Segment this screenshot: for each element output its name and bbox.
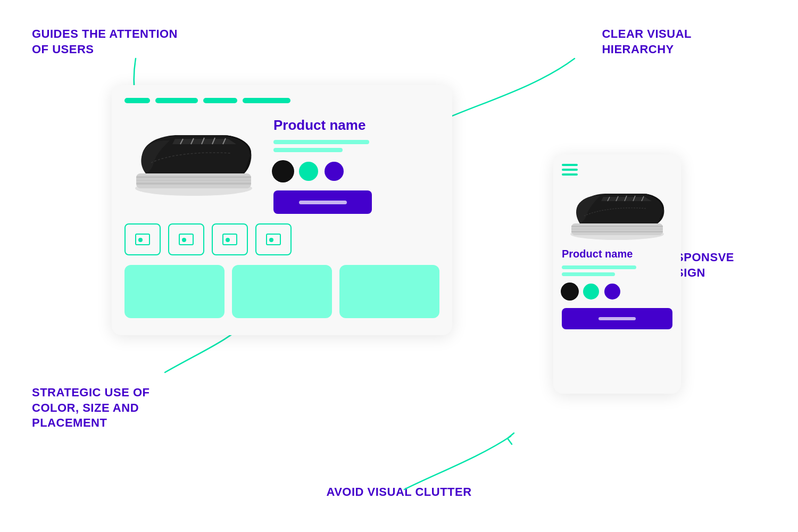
menu-line-3 <box>562 173 578 176</box>
product-card-1 <box>124 265 225 318</box>
strategic-use-label: STRATEGIC USE OF COLOR, SIZE AND PLACEME… <box>32 385 150 431</box>
desktop-product-info: Product name <box>273 115 439 214</box>
nav-bar-4 <box>243 98 290 103</box>
desktop-product-title: Product name <box>273 117 439 134</box>
thumbnail-3[interactable] <box>212 223 248 255</box>
desktop-color-dots[interactable] <box>273 162 439 181</box>
nav-bar-1 <box>124 98 150 103</box>
mobile-color-dot-black[interactable] <box>562 284 578 300</box>
desktop-product-desc-bars <box>273 140 439 152</box>
mobile-shoe-image <box>562 183 672 242</box>
svg-rect-4 <box>136 179 251 181</box>
thumbnail-2[interactable] <box>168 223 204 255</box>
nav-bar-3 <box>203 98 237 103</box>
mobile-cta-button[interactable] <box>562 308 672 329</box>
desktop-thumbnails <box>124 223 439 255</box>
thumb-icon-4 <box>266 234 281 245</box>
shoe-illustration-mobile <box>564 183 670 242</box>
thumb-icon-1 <box>135 234 150 245</box>
product-card-2 <box>232 265 332 318</box>
desktop-mockup: Product name <box>112 85 452 335</box>
cta-button-line <box>299 201 347 204</box>
desktop-shoe-image <box>124 115 263 200</box>
desktop-nav-bars <box>124 98 439 103</box>
mobile-desc-bars <box>562 265 672 276</box>
thumb-icon-3 <box>222 234 237 245</box>
menu-line-2 <box>562 169 578 171</box>
color-dot-purple[interactable] <box>325 162 344 181</box>
nav-bar-2 <box>155 98 198 103</box>
mobile-color-dots[interactable] <box>562 284 672 300</box>
color-dot-green[interactable] <box>299 162 318 181</box>
svg-rect-14 <box>571 228 663 230</box>
mobile-desc-bar-2 <box>562 272 615 276</box>
thumbnail-1[interactable] <box>124 223 161 255</box>
mobile-desc-bar-1 <box>562 265 636 269</box>
thumbnail-4[interactable] <box>255 223 292 255</box>
svg-rect-5 <box>136 182 251 185</box>
svg-rect-3 <box>136 176 251 178</box>
desc-bar-1 <box>273 140 369 144</box>
thumb-icon-2 <box>179 234 194 245</box>
svg-rect-15 <box>571 231 663 232</box>
clear-hierarchy-label: CLEAR VISUAL HIERARCHY <box>602 27 692 57</box>
mobile-color-dot-green[interactable] <box>583 284 599 300</box>
shoe-illustration-desktop <box>124 115 263 200</box>
menu-line-1 <box>562 164 578 166</box>
mobile-color-dot-purple[interactable] <box>604 284 620 300</box>
desktop-product-section: Product name <box>124 115 439 214</box>
product-card-3 <box>339 265 439 318</box>
desktop-cards-row <box>124 265 439 318</box>
mobile-mockup: Product name <box>553 154 681 394</box>
mobile-cta-button-line <box>598 317 636 320</box>
mobile-menu-icon[interactable] <box>562 164 672 176</box>
mobile-product-title: Product name <box>562 248 672 260</box>
color-dot-black[interactable] <box>273 162 293 181</box>
avoid-clutter-label: AVOID VISUAL CLUTTER <box>326 485 471 500</box>
desktop-cta-button[interactable] <box>273 190 372 214</box>
svg-rect-13 <box>571 226 663 227</box>
desc-bar-2 <box>273 148 343 152</box>
guides-attention-label: GUIDES THE ATTENTION OF USERS <box>32 27 178 57</box>
